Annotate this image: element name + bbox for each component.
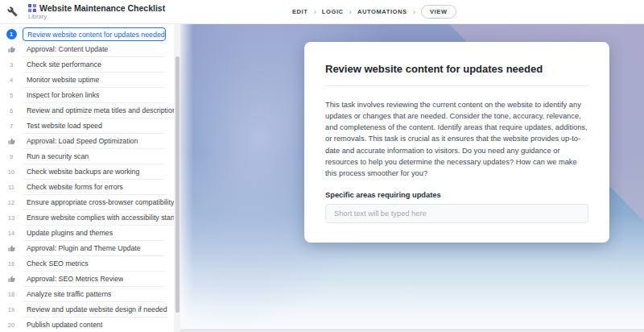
app-window: Website Maintenance Checklist Library ED… xyxy=(0,0,644,332)
chevron-right-icon: › xyxy=(413,8,415,16)
view-mode-nav: EDIT›LOGIC›AUTOMATIONS›VIEW xyxy=(292,0,456,23)
step-body: Run a security scan xyxy=(23,149,165,164)
step-number: 4 xyxy=(10,77,13,84)
sidebar-scrollbar[interactable] xyxy=(174,24,180,332)
step-row[interactable]: 14 Update plugins and themes xyxy=(0,226,174,241)
step-body: Ensure website complies with accessibili… xyxy=(23,210,174,226)
step-gutter: 6 xyxy=(0,103,23,118)
step-label: Approval: Plugin and Theme Update xyxy=(27,244,141,252)
step-number: 5 xyxy=(10,92,13,99)
app-header: Website Maintenance Checklist Library ED… xyxy=(0,0,644,24)
step-label: Approval: SEO Metrics Review xyxy=(27,275,123,283)
step-row[interactable]: 20 Publish updated content xyxy=(0,317,174,332)
step-gutter: 5 xyxy=(0,88,23,103)
step-gutter: 3 xyxy=(0,57,23,73)
task-card: Review website content for updates neede… xyxy=(304,42,609,243)
step-body: Update plugins and themes xyxy=(23,226,165,241)
step-number: 14 xyxy=(8,230,14,237)
tab-edit[interactable]: EDIT xyxy=(292,8,308,15)
step-row[interactable]: 3 Check site performance xyxy=(0,57,174,73)
step-label: Run a security scan xyxy=(27,152,89,160)
step-label: Review website content for updates neede… xyxy=(27,31,165,39)
tab-logic[interactable]: LOGIC xyxy=(322,8,344,15)
step-label: Ensure website complies with accessibili… xyxy=(27,214,174,222)
step-gutter: 18 xyxy=(0,287,23,302)
step-body: Review and optimize meta titles and desc… xyxy=(23,103,174,118)
step-body: Approval: Load Speed Optimization xyxy=(23,134,165,149)
step-number: 11 xyxy=(8,184,14,191)
task-title: Review website content for updates neede… xyxy=(325,63,588,75)
step-number: 18 xyxy=(8,291,14,298)
thumbs-up-icon xyxy=(8,245,15,252)
step-body: Test website load speed xyxy=(23,118,165,134)
step-gutter: 17 xyxy=(0,272,23,287)
step-label: Check site performance xyxy=(27,60,101,68)
step-row[interactable]: 12 Ensure appropriate cross-browser comp… xyxy=(0,195,174,210)
step-row[interactable]: 2 Approval: Content Update xyxy=(0,42,174,57)
step-row[interactable]: 17 Approval: SEO Metrics Review xyxy=(0,272,174,287)
step-label: Publish updated content xyxy=(27,321,102,329)
step-body: Inspect for broken links xyxy=(23,88,165,103)
step-row[interactable]: 7 Test website load speed xyxy=(0,118,174,134)
step-row[interactable]: 18 Analyze site traffic patterns xyxy=(0,287,174,302)
step-label: Check website forms for errors xyxy=(27,183,123,191)
step-body: Review and update website design if need… xyxy=(23,302,167,317)
step-row[interactable]: 11 Check website forms for errors xyxy=(0,180,174,195)
step-row[interactable]: 10 Check website backups are working xyxy=(0,164,174,180)
step-body: Check site performance xyxy=(23,57,165,73)
step-gutter: 12 xyxy=(0,195,23,210)
step-row[interactable]: 8 Approval: Load Speed Optimization xyxy=(0,134,174,149)
step-row[interactable]: 4 Monitor website uptime xyxy=(0,73,174,88)
preview-canvas: Review website content for updates neede… xyxy=(180,24,644,332)
tab-view[interactable]: VIEW xyxy=(421,5,456,19)
step-gutter: 8 xyxy=(0,134,23,149)
short-text-input[interactable] xyxy=(325,204,588,223)
step-gutter: 19 xyxy=(0,302,23,317)
step-gutter: 4 xyxy=(0,73,23,88)
step-row[interactable]: 1 Review website content for updates nee… xyxy=(0,27,174,42)
step-row[interactable]: 16 Check SEO metrics xyxy=(0,256,174,272)
step-row[interactable]: 9 Run a security scan xyxy=(0,149,174,164)
tab-automations[interactable]: AUTOMATIONS xyxy=(357,8,407,15)
step-label: Approval: Content Update xyxy=(27,45,108,53)
step-row[interactable]: 5 Inspect for broken links xyxy=(0,88,174,103)
library-label: Library xyxy=(28,14,165,20)
step-number: 9 xyxy=(10,153,13,160)
step-body: Check SEO metrics xyxy=(23,256,165,272)
step-body: Approval: SEO Metrics Review xyxy=(23,272,165,287)
thumbs-up-icon xyxy=(8,138,15,145)
step-number: 19 xyxy=(8,306,14,313)
step-body: Check website forms for errors xyxy=(23,180,165,195)
step-row[interactable]: 6 Review and optimize meta titles and de… xyxy=(0,103,174,118)
step-label: Review and optimize meta titles and desc… xyxy=(27,106,174,114)
scrollbar-thumb[interactable] xyxy=(175,56,180,313)
steps-sidebar: 1 Review website content for updates nee… xyxy=(0,24,174,332)
step-gutter: 10 xyxy=(0,164,23,180)
template-grid-icon xyxy=(28,4,36,12)
step-gutter: 15 xyxy=(0,241,23,256)
step-label: Review and update website design if need… xyxy=(27,305,167,313)
step-number: 20 xyxy=(8,322,14,329)
horizontal-scrollbar[interactable] xyxy=(180,329,644,332)
step-number: 3 xyxy=(10,61,13,68)
thumbs-up-icon xyxy=(8,46,15,53)
step-label: Test website load speed xyxy=(27,122,102,130)
step-body: Approval: Plugin and Theme Update xyxy=(23,241,165,256)
step-row[interactable]: 13 Ensure website complies with accessib… xyxy=(0,210,174,226)
wrench-icon[interactable] xyxy=(0,0,24,24)
step-body: Publish updated content xyxy=(23,317,165,332)
step-row[interactable]: 19 Review and update website design if n… xyxy=(0,302,174,317)
task-description: This task involves reviewing the current… xyxy=(325,99,588,179)
step-gutter: 9 xyxy=(0,149,23,164)
step-gutter: 16 xyxy=(0,256,23,272)
step-label: Check website backups are working xyxy=(27,168,139,176)
step-label: Analyze site traffic patterns xyxy=(27,290,111,298)
field-label: Specific areas requiring updates xyxy=(325,191,588,199)
step-number: 13 xyxy=(8,214,14,222)
step-number: 6 xyxy=(10,107,13,114)
step-label: Update plugins and themes xyxy=(27,229,113,237)
step-label: Approval: Load Speed Optimization xyxy=(27,137,138,145)
step-row[interactable]: 15 Approval: Plugin and Theme Update xyxy=(0,241,174,256)
step-gutter: 14 xyxy=(0,226,23,241)
step-label: Inspect for broken links xyxy=(27,91,99,99)
